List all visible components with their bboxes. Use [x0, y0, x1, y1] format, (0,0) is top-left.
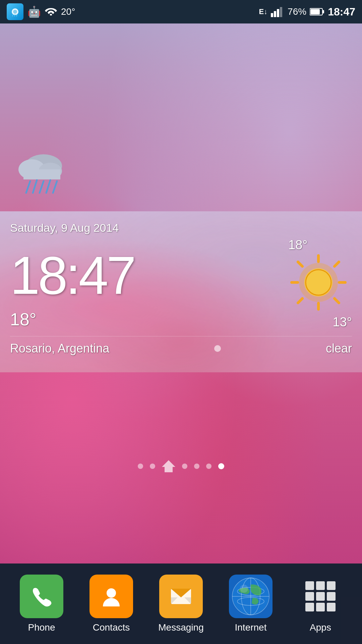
messaging-label: Messaging — [158, 622, 203, 633]
svg-point-34 — [107, 588, 116, 598]
sun-weather-widget: 18° — [288, 238, 349, 313]
widget-date: Saturday, 9 Aug 2014 — [10, 221, 352, 234]
dock-messaging[interactable]: Messaging — [151, 575, 211, 633]
location: Rosario, Argentina — [10, 341, 109, 356]
svg-rect-9 — [280, 7, 282, 17]
page-dot-1 — [138, 464, 143, 469]
apps-label: Apps — [310, 622, 331, 633]
svg-rect-11 — [322, 10, 324, 13]
edge-indicator: E↓ — [259, 7, 267, 16]
svg-marker-33 — [162, 460, 175, 472]
svg-line-19 — [40, 181, 44, 193]
page-indicators — [0, 449, 362, 483]
svg-line-2 — [12, 14, 13, 16]
wifi-icon — [45, 6, 57, 18]
android-icon: 🤖 — [27, 5, 41, 18]
dock-contacts[interactable]: Contacts — [81, 575, 141, 633]
svg-point-46 — [240, 585, 248, 593]
svg-rect-49 — [327, 581, 336, 590]
temperature-status: 20° — [61, 6, 75, 17]
svg-point-1 — [13, 10, 17, 14]
internet-label: Internet — [235, 622, 267, 633]
battery-icon — [310, 7, 324, 16]
weather-status: clear — [326, 341, 352, 356]
home-indicator[interactable] — [162, 460, 175, 472]
temp-current: 18° — [10, 309, 37, 329]
svg-rect-51 — [316, 592, 325, 601]
battery-percent: 76% — [288, 6, 306, 17]
dock-phone[interactable]: Phone — [11, 575, 72, 633]
svg-rect-47 — [305, 581, 314, 590]
svg-point-31 — [304, 268, 333, 297]
svg-rect-12 — [310, 9, 320, 14]
page-dot-5 — [194, 464, 199, 469]
page-dot-6 — [206, 464, 212, 469]
svg-rect-55 — [327, 603, 336, 611]
internet-icon — [229, 575, 273, 618]
apps-icon — [299, 575, 342, 618]
dock-apps[interactable]: Apps — [290, 575, 351, 633]
svg-line-27 — [335, 299, 339, 303]
page-dot-7 — [218, 463, 224, 469]
bottom-dock: Phone Contacts Messaging — [0, 564, 362, 644]
status-left-icons: 🤖 20° — [7, 3, 75, 20]
signal-bars-icon — [271, 6, 284, 17]
phone-icon — [20, 575, 63, 618]
page-dot-4 — [182, 464, 187, 469]
svg-line-20 — [46, 180, 50, 193]
messaging-icon — [159, 575, 203, 618]
svg-rect-50 — [305, 592, 314, 601]
svg-rect-52 — [327, 592, 336, 601]
main-weather-widget[interactable]: Saturday, 9 Aug 2014 18:47 18° — [0, 211, 362, 372]
dock-internet[interactable]: Internet — [221, 575, 281, 633]
widget-time: 18:47 — [10, 249, 134, 302]
svg-rect-54 — [316, 603, 325, 611]
svg-rect-7 — [274, 11, 276, 17]
svg-rect-8 — [277, 9, 279, 17]
page-dot-2 — [150, 464, 155, 469]
temp-high: 18° — [288, 238, 307, 252]
svg-line-18 — [33, 180, 37, 193]
weather-app-icon — [7, 3, 23, 20]
rain-cloud-icon — [13, 149, 67, 196]
svg-line-26 — [298, 262, 302, 266]
svg-line-29 — [298, 299, 302, 303]
status-right-icons: E↓ 76% 18:47 — [259, 6, 355, 18]
status-time: 18:47 — [328, 6, 355, 18]
svg-line-28 — [335, 262, 339, 266]
temp-min: 13° — [333, 315, 352, 329]
svg-line-21 — [53, 181, 57, 193]
svg-point-5 — [50, 14, 52, 15]
svg-rect-48 — [316, 581, 325, 590]
svg-rect-53 — [305, 603, 314, 611]
status-bar: 🤖 20° E↓ 76% 18:47 — [0, 0, 362, 23]
page-dot-widget — [214, 345, 221, 352]
svg-rect-6 — [271, 13, 273, 17]
phone-label: Phone — [28, 622, 55, 633]
svg-rect-16 — [23, 169, 60, 179]
contacts-label: Contacts — [93, 622, 130, 633]
contacts-icon — [89, 575, 133, 618]
svg-line-17 — [26, 181, 30, 193]
